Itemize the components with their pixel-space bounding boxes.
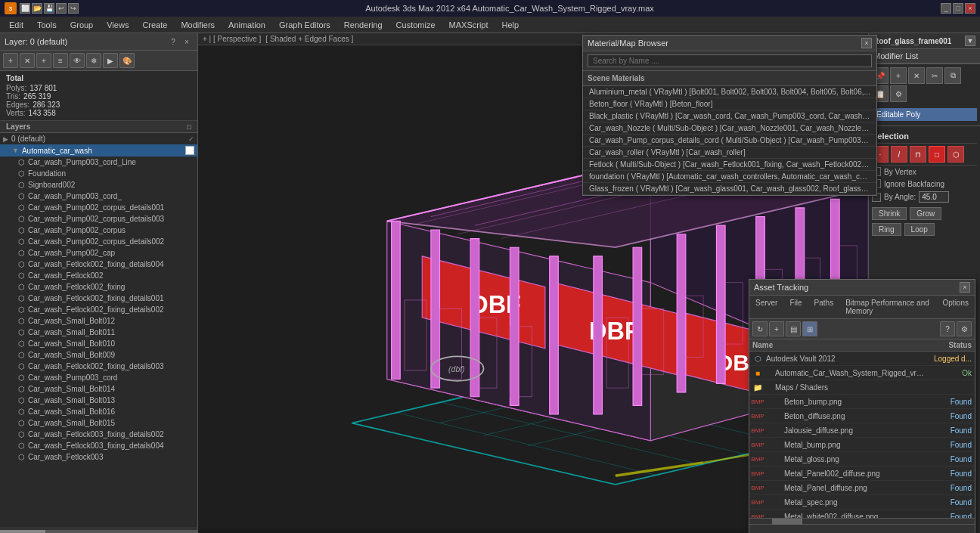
layer-item-fetlock003[interactable]: ⬡ Car_wash_Fetlock003 [0,451,197,463]
menu-tools[interactable]: Tools [31,19,63,31]
asset-row-max-file[interactable]: ■ Automatic_Car_Wash_System_Rigged_vray.… [749,366,975,380]
layers-close-btn[interactable]: × [181,36,193,48]
minimize-btn[interactable]: _ [941,3,951,14]
layers-help-btn[interactable]: ? [167,36,179,48]
asset-row-metal-panel[interactable]: BMP Metal_Panel_diffuse.png Found [749,481,975,495]
layer-new-btn[interactable]: + [3,53,18,68]
asset-row-metal-spec[interactable]: BMP Metal_spec.png Found [749,495,975,510]
mat-item-beton-floor[interactable]: Beton_floor ( VRayMtl ) [Beton_floor] [583,98,876,110]
asset-row-maps[interactable]: 📁 Maps / Shaders [749,380,975,395]
menu-group[interactable]: Group [64,19,100,31]
layer-add-selection-btn[interactable]: + [36,53,51,68]
asset-tb-table-btn[interactable]: ▤ [786,321,801,336]
layer-item-fetlock002-fixdet003[interactable]: ⬡ Car_wash_Fetlock002_fixing_details003 [0,361,197,372]
layer-item-foundation[interactable]: ⬡ Foundation [0,168,197,179]
menu-help[interactable]: Help [496,19,526,31]
layer-list-scrollbar[interactable] [0,527,197,533]
layer-item-small-bolt011[interactable]: ⬡ Car_wash_Small_Bolt011 [0,327,197,338]
asset-menu-file[interactable]: File [783,297,808,317]
mat-item-pump-corpus[interactable]: Car_wash_Pump_corpus_details_cord ( Mult… [583,135,876,147]
layer-item-automatic-car-wash[interactable]: ▼ Automatic_car_wash [0,144,197,156]
asset-row-vault[interactable]: ⬡ Autodesk Vault 2012 Logged d... [749,352,975,366]
layer-item-pump002-det002[interactable]: ⬡ Car_wash_Pump002_corpus_details002 [0,236,197,247]
menu-customize[interactable]: Customize [390,19,442,31]
grow-btn[interactable]: Grow [910,207,941,220]
asset-tracking-close-btn[interactable]: × [960,282,970,293]
asset-row-beton-bump[interactable]: BMP Beton_bump.png Found [749,395,975,409]
save-btn[interactable]: 💾 [44,3,54,14]
open-btn[interactable]: 📂 [32,3,42,14]
layer-render-btn[interactable]: ▶ [103,53,118,68]
layer-delete-btn[interactable]: ✕ [20,53,35,68]
layer-item-small-bolt015[interactable]: ⬡ Car_wash_Small_Bolt015 [0,417,197,429]
loop-btn[interactable]: Loop [904,223,935,236]
select-border-btn[interactable]: ⊓ [910,146,926,163]
layer-item-fetlock002-fix[interactable]: ⬡ Car_wash_Fetlock002_fixing [0,281,197,293]
asset-tb-settings-btn[interactable]: ⚙ [957,321,972,336]
layer-item-small-bolt016[interactable]: ⬡ Car_wash_Small_Bolt016 [0,406,197,417]
asset-tb-help-btn[interactable]: ? [940,321,955,336]
asset-menu-bitmap[interactable]: Bitmap Performance and Memory [839,297,936,317]
layer-item-0default[interactable]: ▶ 0 (default) ✓ [0,133,197,144]
ring-btn[interactable]: Ring [872,223,901,236]
layer-item-fetlock002-fixdet002[interactable]: ⬡ Car_wash_Fetlock002_fixing_details002 [0,304,197,315]
mat-browser-close-btn[interactable]: × [861,38,872,48]
by-angle-input[interactable] [919,191,949,203]
mod-tb-cut-btn[interactable]: ✂ [926,67,943,84]
layer-item-pump002-det001[interactable]: ⬡ Car_wash_Pump002_corpus_details001 [0,202,197,213]
mat-item-car-wash-roller[interactable]: Car_wash_roller ( VRayMtl ) [Car_wash_ro… [583,147,876,159]
layer-item-pump002-cap[interactable]: ⬡ Car_wash_Pump002_cap [0,247,197,259]
close-btn[interactable]: × [965,3,975,14]
redo-btn[interactable]: ↪ [68,3,79,14]
layer-item-fetlock002-fixdet004[interactable]: ⬡ Car_wash_Fetlock002_fixing_details004 [0,259,197,270]
layer-item-fetlock003-fixdet004[interactable]: ⬡ Car_wash_Fetlock003_fixing_details004 [0,440,197,451]
layer-item-pump003-cord[interactable]: ⬡ Car_wash_Pump003_cord_ [0,191,197,202]
layer-item-pump002-det003[interactable]: ⬡ Car_wash_Pump002_corpus_details003 [0,213,197,225]
asset-tb-expand-btn[interactable]: + [769,321,784,336]
select-edge-btn[interactable]: / [891,146,907,163]
layer-item-fetlock003-fixdet002[interactable]: ⬡ Car_wash_Fetlock003_fixing_details002 [0,429,197,440]
mod-tb-delete-btn[interactable]: ✕ [908,67,925,84]
mat-item-foundation[interactable]: foundation ( VRayMtl ) [Automatic_car_wa… [583,171,876,183]
asset-menu-options[interactable]: Options [937,297,975,317]
layer-item-small-bolt013[interactable]: ⬡ Car_wash_Small_Bolt013 [0,395,197,406]
layer-item-cord-line[interactable]: ⬡ Car_wash_Pump003_cord_Line [0,156,197,168]
mod-tb-add-btn[interactable]: + [890,67,907,84]
mod-tb-copy-btn[interactable]: ⧉ [944,67,961,84]
asset-row-metal-gloss[interactable]: BMP Metal_gloss.png Found [749,452,975,466]
menu-edit[interactable]: Edit [3,19,29,31]
modifier-dropdown-btn[interactable]: ▼ [965,36,975,46]
asset-scroll-thumb[interactable] [772,519,802,525]
mat-item-fetlock[interactable]: Fetlock ( Multi/Sub-Object ) [Car_wash_F… [583,159,876,171]
layer-item-pump003-cord2[interactable]: ⬡ Car_wash_Pump003_cord [0,372,197,383]
layer-item-small-bolt010[interactable]: ⬡ Car_wash_Small_Bolt010 [0,338,197,349]
mat-item-glass-frozen[interactable]: Glass_frozen ( VRayMtl ) [Car_wash_glass… [583,183,876,195]
menu-graph-editors[interactable]: Graph Editors [273,19,336,31]
layer-color-btn[interactable]: 🎨 [119,53,135,68]
layer-freeze-btn[interactable]: ❄ [86,53,101,68]
mat-item-car-wash-nozzle[interactable]: Car_wash_Nozzle ( Multi/Sub-Object ) [Ca… [583,122,876,135]
menu-modifiers[interactable]: Modifiers [175,19,221,31]
menu-animation[interactable]: Animation [222,19,271,31]
asset-row-metal-white002[interactable]: BMP Metal_white002_diffuse.png Found [749,510,975,518]
layer-select-btn[interactable]: ≡ [53,53,68,68]
modifier-editable-poly[interactable]: Editable Poly [872,108,977,121]
layer-item-pump002-corpus[interactable]: ⬡ Car_wash_Pump002_corpus [0,225,197,236]
asset-row-jalousie[interactable]: BMP Jalousie_diffuse.png Found [749,423,975,438]
asset-row-metal-panel002[interactable]: BMP Metal_Panel002_diffuse.png Found [749,466,975,481]
layer-hide-btn[interactable]: 👁 [70,53,85,68]
asset-tb-refresh-btn[interactable]: ↻ [752,321,768,336]
layer-item-small-bolt009[interactable]: ⬡ Car_wash_Small_Bolt009 [0,349,197,361]
layer-list[interactable]: ▶ 0 (default) ✓ ▼ Automatic_car_wash ⬡ C… [0,133,197,527]
layer-item-fetlock002-fixdet001[interactable]: ⬡ Car_wash_Fetlock002_fixing_details001 [0,293,197,304]
menu-create[interactable]: Create [136,19,173,31]
menu-rendering[interactable]: Rendering [338,19,389,31]
mod-tb-configure-btn[interactable]: ⚙ [890,85,907,102]
material-browser-search-input[interactable] [588,54,872,67]
asset-scrollbar[interactable] [749,518,975,524]
menu-views[interactable]: Views [101,19,135,31]
menu-maxscript[interactable]: MAXScript [443,19,495,31]
asset-row-metal-bump[interactable]: BMP Metal_bump.png Found [749,438,975,452]
new-btn[interactable]: ⬜ [20,3,30,14]
asset-tb-list-btn[interactable]: ⊞ [802,321,817,336]
